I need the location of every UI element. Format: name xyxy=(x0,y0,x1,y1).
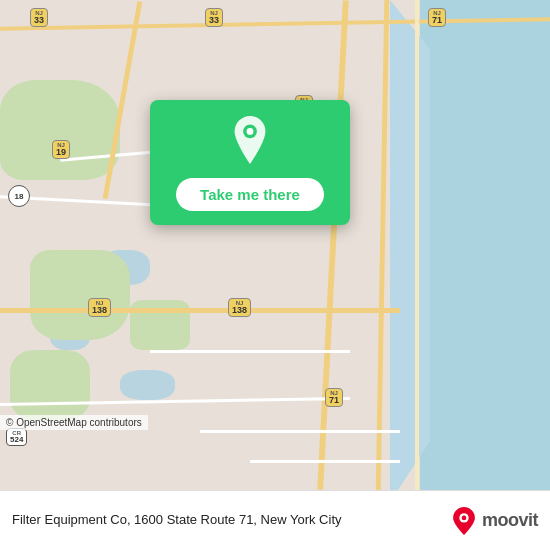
road-nj35 xyxy=(317,0,349,490)
svg-point-3 xyxy=(462,515,467,520)
route-badge-nj71-bottom: NJ 71 xyxy=(325,388,343,407)
road-nj71 xyxy=(376,0,390,490)
bottom-bar: Filter Equipment Co, 1600 State Route 71… xyxy=(0,490,550,550)
green-area-1 xyxy=(0,80,120,180)
bay-water xyxy=(390,0,430,490)
ocean-water xyxy=(420,0,550,490)
svg-point-1 xyxy=(247,128,254,135)
moovit-brand-text: moovit xyxy=(482,510,538,531)
route-badge-nj33-2: NJ 33 xyxy=(205,8,223,27)
location-icon-container xyxy=(226,116,274,168)
route-badge-nj33-1: NJ 33 xyxy=(30,8,48,27)
copyright-bar: © OpenStreetMap contributors xyxy=(0,415,148,430)
route-badge-18: 18 xyxy=(8,185,30,207)
moovit-logo: moovit xyxy=(450,507,538,535)
location-address: Filter Equipment Co, 1600 State Route 71… xyxy=(12,512,450,529)
take-me-there-button[interactable]: Take me there xyxy=(176,178,324,211)
route-badge-cr524: CR 524 xyxy=(6,428,27,446)
road-local-6 xyxy=(250,460,400,463)
cta-card: Take me there xyxy=(150,100,350,225)
green-area-3 xyxy=(10,350,90,420)
road-barrier xyxy=(415,0,419,490)
app: NJ 33 NJ 33 NJ 71 NJ 35 NJ 19 NJ 138 NJ … xyxy=(0,0,550,550)
route-badge-nj71-top: NJ 71 xyxy=(428,8,446,27)
small-water-3 xyxy=(120,370,175,400)
route-badge-nj138-1: NJ 138 xyxy=(88,298,111,317)
map-container: NJ 33 NJ 33 NJ 71 NJ 35 NJ 19 NJ 138 NJ … xyxy=(0,0,550,490)
copyright-text: © OpenStreetMap contributors xyxy=(6,417,142,428)
green-area-2 xyxy=(30,250,130,340)
route-badge-nj19: NJ 19 xyxy=(52,140,70,159)
road-nj138 xyxy=(0,308,400,313)
location-pin-icon xyxy=(226,116,274,164)
road-local-3 xyxy=(150,350,350,353)
moovit-pin-icon xyxy=(450,507,478,535)
road-local-5 xyxy=(200,430,400,433)
route-badge-nj138-2: NJ 138 xyxy=(228,298,251,317)
